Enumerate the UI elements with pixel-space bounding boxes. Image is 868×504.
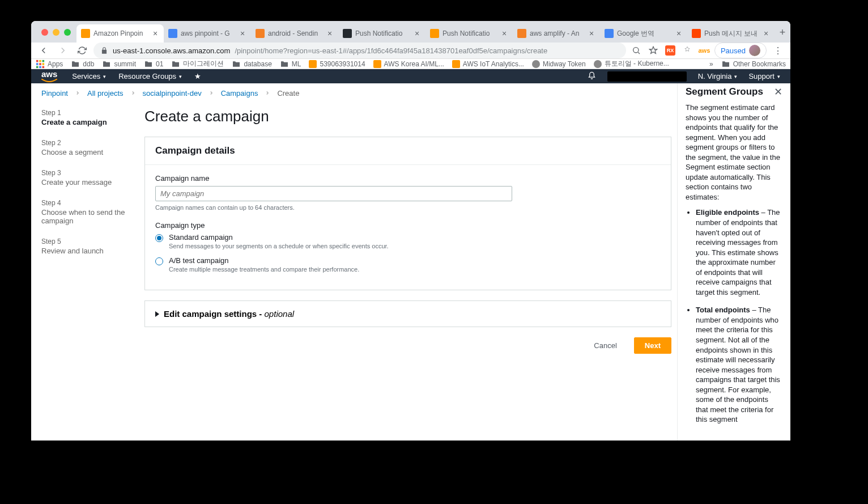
- step-title: Create your message: [41, 178, 134, 187]
- tab-title: Google 번역: [617, 29, 673, 39]
- edit-settings-expander[interactable]: Edit campaign settings - optional: [144, 300, 671, 327]
- breadcrumb-item[interactable]: Pinpoint: [41, 89, 68, 98]
- help-title: Segment Groups: [686, 86, 763, 98]
- wizard-step[interactable]: Step 4Choose when to send the campaign: [41, 199, 134, 225]
- resource-groups-menu[interactable]: Resource Groups ▾: [118, 72, 182, 81]
- tab-close-icon[interactable]: ×: [151, 29, 159, 37]
- maximize-window-button[interactable]: [64, 29, 71, 36]
- new-tab-button[interactable]: +: [775, 27, 790, 39]
- url-domain: us-east-1.console.aws.amazon.com: [113, 46, 230, 55]
- wizard-step[interactable]: Step 5Review and launch: [41, 238, 134, 255]
- avatar: [749, 45, 760, 56]
- tab-close-icon[interactable]: ×: [413, 29, 421, 37]
- wizard-step[interactable]: Step 1Create a campaign: [41, 109, 134, 126]
- svg-rect-3: [42, 60, 45, 62]
- zoom-icon[interactable]: [629, 44, 643, 57]
- bookmark-item[interactable]: 튜토리얼 - Kuberne...: [594, 59, 669, 69]
- breadcrumb-separator: [130, 89, 136, 98]
- browser-tab[interactable]: Push 메시지 보내×: [687, 24, 775, 43]
- notifications-icon[interactable]: [588, 71, 596, 82]
- next-button[interactable]: Next: [634, 337, 671, 354]
- tab-favicon: [343, 29, 352, 38]
- pin-icon[interactable]: ★: [194, 72, 201, 81]
- tab-close-icon[interactable]: ×: [239, 29, 246, 37]
- star-icon[interactable]: [646, 44, 660, 57]
- step-title: Choose when to send the campaign: [41, 208, 134, 225]
- svg-rect-1: [36, 60, 39, 62]
- browser-tab[interactable]: Push Notificatio×: [338, 24, 426, 43]
- extension-icon-3[interactable]: aws: [697, 44, 711, 57]
- svg-point-0: [633, 48, 639, 53]
- help-item-total: Total endpoints – The number of endpoint…: [696, 305, 782, 425]
- bookmark-item[interactable]: Apps: [36, 60, 63, 69]
- bookmark-item[interactable]: summit: [102, 60, 136, 69]
- content: PinpointAll projectssocialpinpoint-devCa…: [31, 83, 790, 441]
- svg-rect-2: [39, 60, 41, 62]
- tab-close-icon[interactable]: ×: [675, 29, 683, 37]
- region-menu[interactable]: N. Virginia ▾: [698, 72, 738, 81]
- expand-icon: [155, 311, 159, 317]
- bookmark-bar: Appsddbsummit01마이그레이션databaseML539063931…: [31, 59, 790, 69]
- url-input[interactable]: us-east-1.console.aws.amazon.com/pinpoin…: [93, 43, 626, 58]
- browser-tab[interactable]: Google 번역×: [600, 24, 687, 43]
- campaign-type-option[interactable]: Standard campaignSend messages to your s…: [155, 233, 661, 249]
- bookmark-item[interactable]: Midway Token: [532, 60, 586, 68]
- tab-close-icon[interactable]: ×: [762, 29, 770, 37]
- campaign-name-hint: Campaign names can contain up to 64 char…: [155, 204, 661, 211]
- tab-close-icon[interactable]: ×: [500, 29, 508, 37]
- bookmark-item[interactable]: AWS IoT Analytics...: [452, 60, 524, 68]
- breadcrumb-item[interactable]: socialpinpoint-dev: [143, 89, 202, 98]
- breadcrumb-item[interactable]: All projects: [87, 89, 124, 98]
- aws-logo[interactable]: aws: [41, 69, 57, 83]
- bookmark-item[interactable]: ML: [280, 60, 301, 69]
- bookmark-item[interactable]: database: [232, 60, 271, 69]
- wizard-step[interactable]: Step 3Create your message: [41, 169, 134, 187]
- minimize-window-button[interactable]: [53, 29, 59, 36]
- bookmark-item[interactable]: 마이그레이션: [171, 59, 224, 69]
- other-bookmarks[interactable]: Other Bookmarks: [721, 60, 786, 69]
- bookmark-item[interactable]: 539063931014: [309, 60, 365, 68]
- browser-tab[interactable]: Push Notificatio×: [426, 24, 513, 43]
- tab-close-icon[interactable]: ×: [588, 29, 595, 37]
- browser-tab[interactable]: Amazon Pinpoin×: [76, 24, 164, 43]
- help-close-button[interactable]: ✕: [774, 86, 782, 98]
- help-intro: The segment estimate card shows you the …: [686, 103, 782, 202]
- bookmark-item[interactable]: 01: [144, 60, 163, 69]
- browser-tab[interactable]: android - Sendin×: [251, 24, 338, 43]
- services-menu[interactable]: Services ▾: [72, 72, 106, 81]
- bookmark-item[interactable]: AWS Korea AI/ML...: [373, 60, 444, 68]
- campaign-name-input[interactable]: [155, 186, 512, 201]
- browser-tab[interactable]: aws amplify - An×: [513, 24, 600, 43]
- extension-icon-2[interactable]: [680, 44, 694, 57]
- bookmark-item[interactable]: ddb: [71, 60, 94, 69]
- browser-tab[interactable]: aws pinpoint - G×: [164, 24, 251, 43]
- support-menu[interactable]: Support ▾: [748, 72, 780, 81]
- menu-button[interactable]: ⋮: [770, 43, 786, 58]
- close-window-button[interactable]: [41, 29, 48, 36]
- step-title: Create a campaign: [41, 118, 134, 126]
- svg-rect-9: [42, 66, 45, 68]
- tab-favicon: [605, 29, 614, 38]
- tab-title: aws pinpoint - G: [181, 29, 236, 37]
- cancel-button[interactable]: Cancel: [584, 337, 627, 354]
- forward-button[interactable]: [55, 43, 71, 58]
- aws-nav: aws Services ▾ Resource Groups ▾ ★ N. Vi…: [31, 69, 790, 83]
- back-button[interactable]: [36, 43, 52, 58]
- traffic-lights: [36, 29, 76, 36]
- profile-paused[interactable]: Paused: [714, 43, 767, 58]
- tab-close-icon[interactable]: ×: [326, 29, 334, 37]
- help-panel: Segment Groups ✕ The segment estimate ca…: [677, 83, 790, 441]
- campaign-type-label: Campaign type: [155, 221, 661, 230]
- campaign-name-label: Campaign name: [155, 174, 661, 183]
- wizard-step[interactable]: Step 2Choose a segment: [41, 139, 134, 156]
- breadcrumb-item[interactable]: Campaigns: [221, 89, 258, 98]
- tab-title: Push Notificatio: [355, 29, 411, 37]
- radio-label: Standard campaign: [169, 233, 389, 242]
- breadcrumb: PinpointAll projectssocialpinpoint-devCa…: [31, 83, 677, 98]
- svg-rect-4: [36, 63, 39, 65]
- extension-icon-1[interactable]: RX: [663, 44, 677, 57]
- svg-rect-6: [42, 63, 45, 65]
- campaign-type-option[interactable]: A/B test campaignCreate multiple message…: [155, 256, 661, 273]
- step-number: Step 5: [41, 238, 134, 245]
- reload-button[interactable]: [74, 43, 90, 58]
